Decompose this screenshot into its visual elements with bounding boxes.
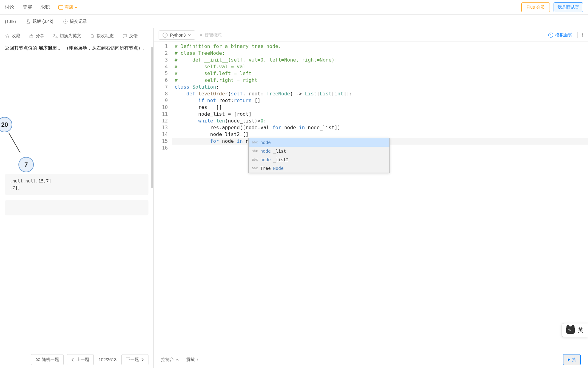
share-button[interactable]: 分享 (29, 33, 44, 39)
example-line-1: ,null,null,15,7] (10, 178, 144, 184)
example-block-2 (5, 200, 148, 215)
nav-discuss[interactable]: 讨论 (5, 4, 14, 10)
shuffle-icon (36, 358, 40, 362)
ac-kind-label: abc (252, 139, 258, 146)
tree-diagram: 20 7 (0, 57, 153, 174)
alarm-clock-icon (548, 33, 553, 38)
prev-problem-button[interactable]: 上一题 (67, 354, 94, 365)
line-gutter: 12345678910111213141516 (154, 42, 172, 351)
autocomplete-item[interactable]: abc node_list (249, 147, 389, 155)
line-number: 11 (154, 111, 168, 118)
autocomplete-popup[interactable]: abc nodeabc node_listabc node_list2abc T… (248, 138, 390, 173)
subscribe-label: 接收动态 (97, 33, 114, 39)
line-number: 13 (154, 124, 168, 131)
run-button[interactable]: 执 (563, 354, 581, 365)
info-icon: i (163, 33, 168, 38)
tab-comments[interactable]: (1.6k) (5, 19, 16, 24)
editor-header-right: 模拟面试 i (548, 32, 583, 38)
mode-dot-icon (200, 34, 202, 36)
code-line[interactable]: class Solution: (172, 84, 588, 90)
code-editor[interactable]: 12345678910111213141516 # Definition for… (154, 42, 588, 351)
line-number: 1 (154, 43, 168, 50)
code-line[interactable]: node_list = [root] (172, 111, 588, 118)
code-line[interactable]: res.append([node.val for node in node_li… (172, 124, 588, 131)
code-line[interactable]: # self.left = left (172, 70, 588, 77)
tab-solutions[interactable]: 题解 (3.4k) (26, 19, 53, 24)
line-number: 7 (154, 84, 168, 90)
top-nav: 讨论 竞赛 求职 商店 Plus 会员 我是面试官 (0, 0, 588, 15)
contribute-button[interactable]: 贡献 i (186, 357, 198, 362)
chevron-down-icon (74, 6, 77, 9)
random-problem-button[interactable]: 随机一题 (31, 354, 64, 365)
subscribe-button[interactable]: 接收动态 (90, 33, 114, 39)
nav-left: 讨论 竞赛 求职 商店 (5, 4, 77, 10)
console-label: 控制台 (161, 357, 174, 362)
info-button[interactable]: i (577, 32, 583, 38)
editor-header: i Python3 智能模式 模拟面试 i (154, 28, 588, 42)
autocomplete-item[interactable]: abc TreeNode (249, 164, 389, 173)
bottom-bar: 随机一题 上一题 102/2613 下一题 控制台 贡献 i 执 (0, 351, 588, 368)
code-line[interactable]: # self.right = right (172, 77, 588, 84)
nav-store[interactable]: 商店 (58, 5, 77, 10)
flask-icon (26, 19, 31, 24)
code-line[interactable]: if not root:return [] (172, 97, 588, 104)
autocomplete-item[interactable]: abc node_list2 (249, 155, 389, 164)
line-number: 15 (154, 138, 168, 145)
code-content[interactable]: # Definition for a binary tree node.# cl… (172, 42, 588, 351)
bottom-nav-left: 随机一题 上一题 102/2613 下一题 (0, 351, 154, 368)
chevron-right-icon (141, 358, 144, 362)
interviewer-button[interactable]: 我是面试官 (554, 2, 583, 12)
plus-member-button[interactable]: Plus 会员 (521, 2, 550, 12)
language-label: Python3 (170, 33, 186, 38)
code-line[interactable]: while len(node_list)>0: (172, 118, 588, 124)
bell-icon (90, 34, 95, 38)
language-selector[interactable]: i Python3 (159, 30, 195, 40)
line-number: 4 (154, 63, 168, 70)
tree-node-7: 7 (18, 157, 34, 172)
bottom-nav-right: 控制台 贡献 i 执 (154, 354, 588, 365)
action-row: 收藏 分享 切换为英文 接收动态 反馈 (0, 28, 153, 44)
code-line[interactable]: # self.val = val (172, 63, 588, 70)
mode-label: 智能模式 (204, 32, 222, 38)
switch-lang-button[interactable]: 切换为英文 (53, 33, 81, 39)
ac-kind-label: abc (252, 165, 258, 172)
tab-solutions-label: 题解 (3.4k) (33, 19, 53, 24)
console-toggle[interactable]: 控制台 (161, 357, 179, 362)
chevron-up-icon (176, 358, 179, 361)
line-number: 3 (154, 57, 168, 63)
example-block: ,null,null,15,7] ,7]] (5, 174, 148, 195)
favorite-button[interactable]: 收藏 (5, 33, 20, 39)
right-pane: i Python3 智能模式 模拟面试 i 123456789101112131… (154, 28, 588, 351)
line-number: 2 (154, 50, 168, 57)
code-line[interactable]: node_list2=[] (172, 131, 588, 138)
translate-icon (53, 34, 58, 38)
info-icon: i (197, 357, 198, 362)
tab-submissions-label: 提交记录 (70, 19, 87, 24)
code-line[interactable]: res = [] (172, 104, 588, 111)
feedback-label: 反馈 (129, 33, 138, 39)
nav-contest[interactable]: 竞赛 (23, 4, 32, 10)
svg-rect-2 (123, 34, 127, 37)
page-indicator: 102/2613 (97, 357, 118, 362)
autocomplete-item[interactable]: abc node (249, 138, 389, 147)
nav-jobs[interactable]: 求职 (41, 4, 50, 10)
desc-prefix: 返回其节点值的 (5, 45, 38, 50)
favorite-label: 收藏 (12, 33, 20, 39)
feedback-button[interactable]: 反馈 (122, 33, 138, 39)
switch-lang-label: 切换为英文 (60, 33, 81, 39)
code-line[interactable]: # def __init__(self, val=0, left=None, r… (172, 57, 588, 63)
line-number: 14 (154, 131, 168, 138)
tab-submissions[interactable]: 提交记录 (63, 19, 87, 24)
run-label: 执 (572, 357, 576, 362)
left-pane: 收藏 分享 切换为英文 接收动态 反馈 返回其节点值的 层序遍历 。 （即逐层地… (0, 28, 154, 351)
tree-edge (8, 133, 20, 153)
ac-kind-label: abc (252, 148, 258, 154)
code-line[interactable]: def levelOrder(self, root: TreeNode) -> … (172, 90, 588, 97)
code-line[interactable]: # class TreeNode: (172, 50, 588, 57)
contribute-label: 贡献 (186, 357, 195, 362)
code-line[interactable]: # Definition for a binary tree node. (172, 43, 588, 50)
line-number: 9 (154, 97, 168, 104)
mock-interview-button[interactable]: 模拟面试 (548, 32, 572, 38)
next-problem-button[interactable]: 下一题 (121, 354, 148, 365)
ime-widget[interactable]: du 英 (562, 323, 588, 337)
